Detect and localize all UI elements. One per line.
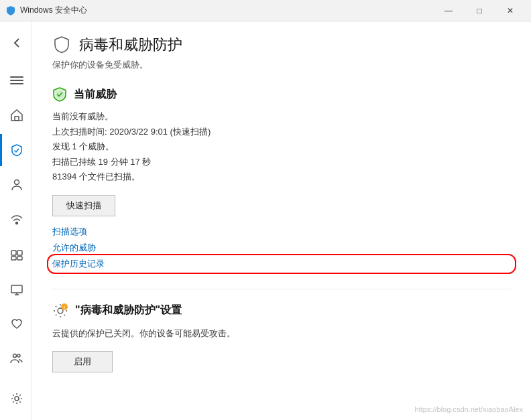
menu-icon (10, 74, 23, 87)
main-content: 病毒和威胁防护 保护你的设备免受威胁。 当前威胁 当前没有威胁。 上次扫描时间:… (32, 21, 531, 420)
settings-section: ! "病毒和威胁防护"设置 云提供的保护已关闭。你的设备可能易受攻击。 启用 (52, 289, 511, 373)
sidebar-item-app[interactable] (0, 238, 32, 271)
maximize-button[interactable]: □ (464, 0, 495, 21)
sidebar-item-person[interactable] (0, 169, 32, 201)
sidebar-item-menu[interactable] (0, 64, 32, 96)
info-line-4: 81394 个文件已扫描。 (52, 170, 511, 184)
device-icon (10, 283, 23, 296)
current-threat-section: 当前威胁 当前没有威胁。 上次扫描时间: 2020/3/22 9:01 (快速扫… (52, 87, 511, 270)
allowed-threats-link[interactable]: 允许的威胁 (52, 242, 511, 254)
enable-button[interactable]: 启用 (52, 351, 113, 372)
protection-history-link[interactable]: 保护历史记录 (52, 258, 511, 270)
sidebar-item-wifi[interactable] (0, 204, 32, 236)
svg-rect-10 (11, 285, 22, 293)
family-icon (10, 352, 23, 366)
svg-rect-1 (10, 80, 23, 81)
home-icon (10, 109, 23, 122)
settings-section-title: "病毒和威胁防护"设置 (75, 303, 182, 318)
threat-info-lines: 当前没有威胁。 上次扫描时间: 2020/3/22 9:01 (快速扫描) 发现… (52, 110, 511, 184)
page-title: 病毒和威胁防护 (79, 35, 182, 55)
minimize-button[interactable]: — (433, 0, 464, 21)
info-line-2: 发现 1 个威胁。 (52, 140, 511, 153)
svg-rect-9 (17, 257, 22, 260)
section-header-threat: 当前威胁 (52, 87, 511, 102)
back-icon (10, 36, 23, 50)
title-bar-left: Windows 安全中心 (5, 5, 87, 16)
link-list: 扫描选项 允许的威胁 保护历史记录 (52, 226, 511, 270)
gear-warning-icon: ! (52, 303, 68, 319)
svg-rect-7 (17, 251, 22, 255)
svg-point-13 (13, 354, 17, 358)
wifi-icon (10, 213, 23, 226)
app-container: 病毒和威胁防护 保护你的设备免受威胁。 当前威胁 当前没有威胁。 上次扫描时间:… (0, 21, 531, 420)
info-line-0: 当前没有威胁。 (52, 110, 511, 123)
sidebar-item-settings[interactable] (0, 382, 32, 415)
current-threat-title: 当前威胁 (74, 88, 117, 102)
settings-icon (10, 392, 23, 405)
page-header-shield-icon (52, 36, 71, 54)
svg-point-14 (17, 354, 20, 357)
person-icon (10, 178, 23, 192)
svg-point-15 (15, 397, 19, 401)
sidebar (0, 21, 32, 420)
app-icon (10, 248, 23, 261)
svg-rect-8 (11, 257, 16, 260)
title-bar: Windows 安全中心 — □ ✕ (0, 0, 531, 21)
svg-rect-0 (10, 76, 23, 78)
svg-point-4 (15, 180, 19, 185)
shield-active-icon (10, 143, 23, 157)
highlight-circle (47, 254, 516, 274)
threat-status-icon (52, 87, 67, 102)
info-line-3: 扫描已持续 19 分钟 17 秒 (52, 155, 511, 169)
sidebar-item-back[interactable] (0, 27, 32, 59)
settings-warning-line: 云提供的保护已关闭。你的设备可能易受攻击。 (52, 327, 511, 340)
title-bar-controls: — □ ✕ (433, 0, 526, 21)
sidebar-item-device[interactable] (0, 273, 32, 305)
svg-rect-2 (10, 83, 23, 84)
page-subtitle: 保护你的设备免受威胁。 (52, 59, 511, 71)
sidebar-item-family[interactable] (0, 343, 32, 375)
sidebar-item-health[interactable] (0, 308, 32, 340)
info-line-1: 上次扫描时间: 2020/3/22 9:01 (快速扫描) (52, 125, 511, 139)
svg-rect-3 (15, 117, 19, 121)
svg-point-5 (16, 222, 18, 224)
close-button[interactable]: ✕ (495, 0, 526, 21)
windows-security-icon (5, 5, 16, 16)
section-header-settings: ! "病毒和威胁防护"设置 (52, 303, 511, 319)
page-header: 病毒和威胁防护 (52, 35, 511, 55)
scan-options-link[interactable]: 扫描选项 (52, 226, 511, 238)
sidebar-item-home[interactable] (0, 99, 32, 131)
sidebar-item-shield[interactable] (0, 134, 32, 166)
title-bar-title: Windows 安全中心 (20, 5, 87, 16)
heart-icon (10, 318, 23, 331)
svg-text:!: ! (64, 305, 65, 309)
quick-scan-button[interactable]: 快速扫描 (52, 195, 115, 216)
svg-rect-6 (11, 251, 16, 255)
